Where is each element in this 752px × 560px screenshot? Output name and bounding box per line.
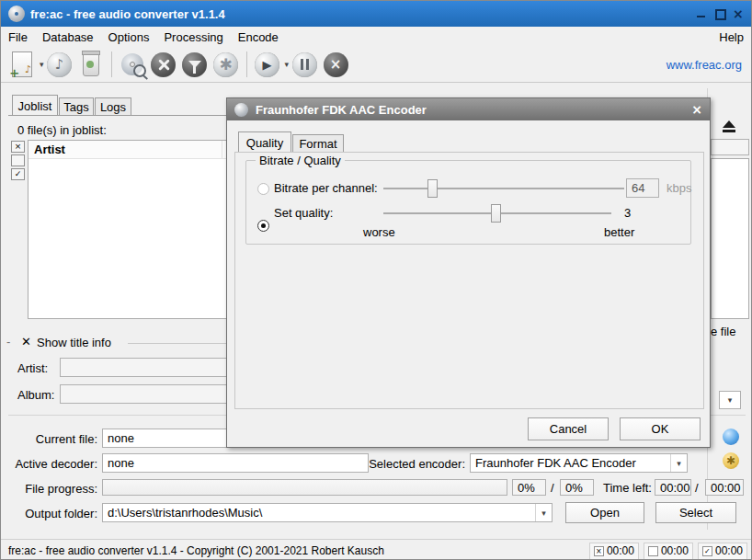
time-selected-tracks: ✓ 00:00 [698, 543, 747, 560]
time-left-total: 00:00 [705, 479, 744, 496]
selected-encoder-combo[interactable]: Fraunhofer FDK AAC Encoder ▾ [470, 453, 688, 473]
toggle-selection-button[interactable]: ✓ [11, 168, 25, 180]
quality-slider-thumb[interactable] [491, 204, 501, 223]
drive-field-cut[interactable] [711, 139, 749, 155]
right-pane-dropdown[interactable]: ▾ [719, 391, 741, 409]
output-folder-value: d:\Users\tristanrhodes\Music\ [103, 506, 535, 520]
tab-joblist[interactable]: Joblist [12, 95, 58, 116]
dialog-close-icon[interactable]: × [691, 102, 702, 117]
start-dropdown-icon[interactable]: ▾ [285, 60, 290, 69]
eject-button[interactable] [718, 120, 740, 136]
track-list-cut[interactable] [711, 158, 749, 319]
time-value: 00:00 [715, 544, 743, 557]
column-artist[interactable]: Artist [28, 141, 222, 158]
wrench-icon [151, 52, 176, 77]
menu-database[interactable]: Database [35, 29, 101, 46]
configure-settings-button[interactable] [149, 50, 178, 79]
encoder-dialog: Fraunhofer FDK AAC Encoder × Quality For… [226, 97, 711, 448]
joblist-entry-button[interactable]: ♪ [45, 50, 74, 79]
track-progress-value: 0% [512, 479, 546, 496]
app-icon [8, 6, 25, 22]
select-button[interactable]: Select [655, 502, 736, 523]
time-unchecked-tracks: 00:00 [644, 543, 693, 560]
pause-conversion-button[interactable] [290, 50, 319, 79]
current-file-value: none [108, 431, 134, 445]
file-progress-label: File progress: [19, 482, 97, 496]
collapse-section-icon[interactable]: ✕ [21, 335, 31, 349]
select-none-button[interactable] [11, 154, 25, 166]
tab-logs[interactable]: Logs [95, 97, 131, 116]
artist-label: Artist: [17, 361, 48, 375]
status-bar: fre:ac - free audio converter v1.1.4 - C… [1, 539, 752, 560]
empty-box-icon [648, 546, 658, 556]
output-folder-combo[interactable]: d:\Users\tristanrhodes\Music\ ▾ [102, 503, 553, 522]
dialog-app-icon [234, 103, 248, 117]
tab-tags[interactable]: Tags [59, 97, 94, 116]
time-left-label: Time left: [603, 481, 652, 495]
add-files-dropdown-icon[interactable]: ▾ [40, 60, 44, 69]
selected-encoder-label: Selected encoder: [369, 457, 465, 471]
checked-box-icon: × [594, 546, 604, 556]
toolbar: ＋♪ ▾ ♪ ✱ ▶ ▾ × ww [1, 47, 752, 83]
dialog-tab-format[interactable]: Format [292, 134, 344, 153]
freac-website-link[interactable]: www.freac.org [667, 58, 742, 72]
clear-joblist-button[interactable] [76, 50, 106, 79]
play-icon: ▶ [255, 52, 279, 77]
add-files-icon: ＋♪ [12, 51, 32, 77]
progress-slash: / [551, 481, 554, 495]
total-progress-value: 0% [560, 479, 594, 496]
menu-file[interactable]: File [1, 29, 35, 46]
close-icon[interactable]: × [733, 8, 744, 19]
active-decoder-field: none [102, 453, 369, 473]
music-note-icon: ♪ [47, 52, 72, 77]
bitrate-slider-track[interactable] [383, 188, 624, 189]
bitrate-label: Bitrate per channel: [274, 181, 378, 195]
active-decoder-label: Active decoder: [10, 457, 97, 471]
worse-label: worse [363, 225, 395, 239]
filter-button[interactable] [180, 50, 210, 79]
cd-search-icon [121, 53, 143, 75]
menu-processing[interactable]: Processing [156, 29, 230, 46]
pause-icon [292, 52, 317, 77]
menu-options[interactable]: Options [101, 29, 157, 46]
toolbar-separator [246, 51, 247, 77]
dialog-title: Fraunhofer FDK AAC Encoder [256, 103, 427, 117]
current-file-label: Current file: [19, 432, 97, 446]
add-files-button[interactable]: ＋♪ [7, 50, 37, 79]
bitrate-slider-thumb[interactable] [427, 179, 438, 198]
info-orb-icon[interactable] [723, 429, 739, 445]
start-conversion-button[interactable]: ▶ [253, 50, 282, 79]
cancel-button[interactable]: Cancel [528, 417, 609, 440]
dialog-tab-quality[interactable]: Quality [238, 131, 291, 153]
quality-radio[interactable] [257, 220, 269, 232]
encoder-settings-icon[interactable]: ✱ [723, 452, 739, 469]
cddb-query-button[interactable] [118, 50, 147, 79]
joblist-count: 0 file(s) in joblist: [17, 123, 107, 137]
dialog-title-bar[interactable]: Fraunhofer FDK AAC Encoder × [227, 98, 710, 120]
bitrate-radio[interactable] [257, 183, 269, 195]
better-label: better [604, 225, 634, 239]
time-left-track: 00:00 [655, 479, 691, 496]
general-settings-button[interactable]: ✱ [211, 50, 241, 79]
trash-icon [83, 52, 99, 76]
funnel-icon [182, 52, 207, 77]
time-value: 00:00 [661, 544, 689, 557]
maximize-icon[interactable] [714, 8, 725, 19]
menu-encode[interactable]: Encode [231, 29, 286, 46]
bitrate-value-field[interactable]: 64 [626, 178, 659, 198]
chevron-down-icon: ▾ [670, 454, 687, 472]
show-title-info-label[interactable]: Show title info [37, 336, 111, 349]
output-folder-label: Output folder: [15, 507, 97, 520]
toggled-box-icon: ✓ [702, 546, 712, 556]
time-value: 00:00 [607, 544, 634, 557]
time-slash: / [695, 481, 699, 495]
selected-encoder-value: Fraunhofer FDK AAC Encoder [471, 456, 670, 470]
select-all-button[interactable]: × [11, 141, 25, 153]
collapse-dash: - [6, 335, 10, 349]
open-button[interactable]: Open [565, 502, 644, 523]
menu-help[interactable]: Help [710, 29, 752, 46]
minimize-icon[interactable] [696, 8, 707, 19]
ok-button[interactable]: OK [620, 417, 701, 440]
file-progress-bar [102, 479, 507, 496]
stop-conversion-button[interactable]: × [321, 50, 350, 79]
